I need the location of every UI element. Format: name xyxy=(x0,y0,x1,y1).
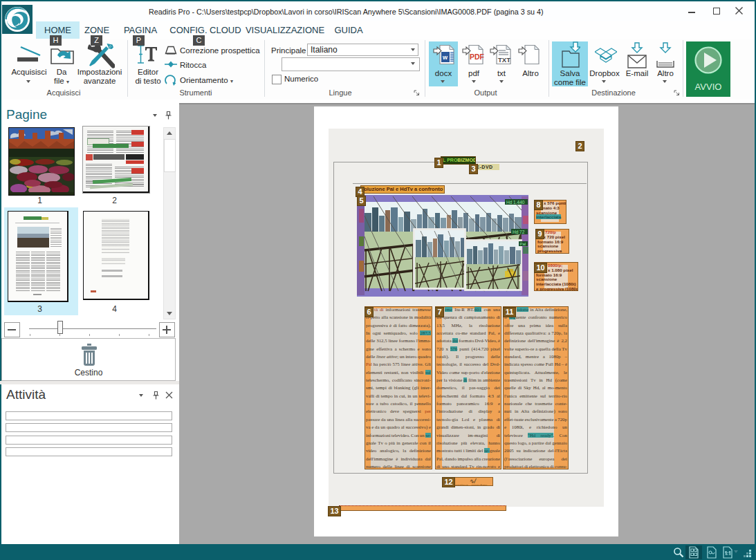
svg-text:Pal: Pal xyxy=(520,242,526,246)
svg-text:TXT: TXT xyxy=(498,56,510,64)
svg-text:PDF: PDF xyxy=(470,53,485,61)
svg-text:Hd 72: Hd 72 xyxy=(513,230,525,234)
svg-text:Hd 1.440: Hd 1.440 xyxy=(506,200,525,205)
svg-text:w: w xyxy=(442,54,448,61)
